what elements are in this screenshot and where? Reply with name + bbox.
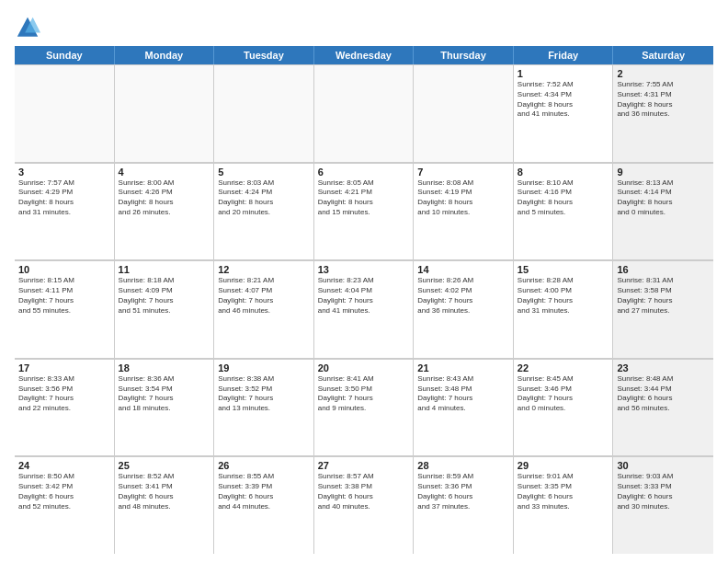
day-number: 7 [417,167,509,178]
day-number: 26 [218,460,310,471]
cell-info: Sunrise: 8:08 AM Sunset: 4:19 PM Dayligh… [417,178,509,218]
calendar: SundayMondayTuesdayWednesdayThursdayFrid… [15,46,713,554]
day-number: 22 [518,362,609,373]
calendar-cell-r3c5: 22Sunrise: 8:45 AM Sunset: 3:46 PM Dayli… [514,359,614,456]
day-number: 27 [318,460,410,471]
calendar-cell-r4c1: 25Sunrise: 8:52 AM Sunset: 3:41 PM Dayli… [115,456,215,554]
cell-info: Sunrise: 8:55 AM Sunset: 3:39 PM Dayligh… [218,472,310,511]
day-number: 13 [318,264,410,275]
cell-info: Sunrise: 8:00 AM Sunset: 4:26 PM Dayligh… [119,178,210,218]
day-number: 10 [18,264,110,275]
cell-info: Sunrise: 8:45 AM Sunset: 3:46 PM Dayligh… [518,374,609,414]
calendar-row-5: 24Sunrise: 8:50 AM Sunset: 3:42 PM Dayli… [15,456,713,554]
cell-info: Sunrise: 7:55 AM Sunset: 4:31 PM Dayligh… [617,80,710,120]
cell-info: Sunrise: 8:50 AM Sunset: 3:42 PM Dayligh… [18,472,110,511]
calendar-cell-r3c3: 20Sunrise: 8:41 AM Sunset: 3:50 PM Dayli… [314,359,415,456]
day-number: 16 [617,264,710,275]
cell-info: Sunrise: 8:26 AM Sunset: 4:02 PM Dayligh… [417,276,509,316]
calendar-cell-r0c3 [314,64,415,162]
logo [15,15,44,40]
calendar-cell-r1c0: 3Sunrise: 7:57 AM Sunset: 4:29 PM Daylig… [15,163,115,260]
calendar-cell-r1c3: 6Sunrise: 8:05 AM Sunset: 4:21 PM Daylig… [314,163,415,260]
calendar-row-4: 17Sunrise: 8:33 AM Sunset: 3:56 PM Dayli… [15,359,713,457]
day-number: 8 [518,167,609,178]
calendar-cell-r0c6: 2Sunrise: 7:55 AM Sunset: 4:31 PM Daylig… [613,64,713,162]
calendar-cell-r1c6: 9Sunrise: 8:13 AM Sunset: 4:14 PM Daylig… [613,163,713,260]
calendar-cell-r2c0: 10Sunrise: 8:15 AM Sunset: 4:11 PM Dayli… [15,260,115,358]
cell-info: Sunrise: 8:52 AM Sunset: 3:41 PM Dayligh… [119,472,210,511]
day-number: 17 [18,362,110,373]
calendar-cell-r3c1: 18Sunrise: 8:36 AM Sunset: 3:54 PM Dayli… [115,359,215,456]
cell-info: Sunrise: 8:43 AM Sunset: 3:48 PM Dayligh… [417,374,509,414]
cell-info: Sunrise: 7:52 AM Sunset: 4:34 PM Dayligh… [518,80,609,120]
logo-icon [15,15,40,40]
calendar-cell-r4c0: 24Sunrise: 8:50 AM Sunset: 3:42 PM Dayli… [15,456,115,554]
header-day-saturday: Saturday [613,46,713,64]
header [15,11,713,40]
day-number: 30 [617,460,710,471]
header-day-friday: Friday [514,46,614,64]
day-number: 5 [218,167,310,178]
header-day-wednesday: Wednesday [314,46,415,64]
day-number: 28 [417,460,509,471]
header-day-monday: Monday [115,46,215,64]
day-number: 9 [617,167,710,178]
cell-info: Sunrise: 9:01 AM Sunset: 3:35 PM Dayligh… [518,472,609,511]
day-number: 15 [518,264,609,275]
calendar-body: 1Sunrise: 7:52 AM Sunset: 4:34 PM Daylig… [15,64,713,554]
calendar-cell-r2c6: 16Sunrise: 8:31 AM Sunset: 3:58 PM Dayli… [613,260,713,358]
calendar-cell-r4c6: 30Sunrise: 9:03 AM Sunset: 3:33 PM Dayli… [613,456,713,554]
cell-info: Sunrise: 8:57 AM Sunset: 3:38 PM Dayligh… [318,472,410,511]
day-number: 20 [318,362,410,373]
calendar-cell-r0c1 [115,64,215,162]
calendar-cell-r4c4: 28Sunrise: 8:59 AM Sunset: 3:36 PM Dayli… [414,456,514,554]
day-number: 25 [119,460,210,471]
header-day-sunday: Sunday [15,46,115,64]
calendar-cell-r3c0: 17Sunrise: 8:33 AM Sunset: 3:56 PM Dayli… [15,359,115,456]
calendar-cell-r3c2: 19Sunrise: 8:38 AM Sunset: 3:52 PM Dayli… [214,359,314,456]
header-day-thursday: Thursday [414,46,514,64]
calendar-row-1: 1Sunrise: 7:52 AM Sunset: 4:34 PM Daylig… [15,64,713,163]
day-number: 14 [417,264,509,275]
calendar-cell-r1c4: 7Sunrise: 8:08 AM Sunset: 4:19 PM Daylig… [414,163,514,260]
calendar-cell-r1c5: 8Sunrise: 8:10 AM Sunset: 4:16 PM Daylig… [514,163,614,260]
calendar-cell-r0c0 [15,64,115,162]
calendar-cell-r0c5: 1Sunrise: 7:52 AM Sunset: 4:34 PM Daylig… [514,64,614,162]
calendar-cell-r3c4: 21Sunrise: 8:43 AM Sunset: 3:48 PM Dayli… [414,359,514,456]
cell-info: Sunrise: 8:03 AM Sunset: 4:24 PM Dayligh… [218,178,310,218]
calendar-cell-r4c5: 29Sunrise: 9:01 AM Sunset: 3:35 PM Dayli… [514,456,614,554]
cell-info: Sunrise: 8:38 AM Sunset: 3:52 PM Dayligh… [218,374,310,414]
cell-info: Sunrise: 8:41 AM Sunset: 3:50 PM Dayligh… [318,374,410,414]
calendar-cell-r2c1: 11Sunrise: 8:18 AM Sunset: 4:09 PM Dayli… [115,260,215,358]
cell-info: Sunrise: 8:18 AM Sunset: 4:09 PM Dayligh… [119,276,210,316]
calendar-cell-r2c5: 15Sunrise: 8:28 AM Sunset: 4:00 PM Dayli… [514,260,614,358]
header-day-tuesday: Tuesday [214,46,314,64]
day-number: 6 [318,167,410,178]
day-number: 3 [18,167,110,178]
day-number: 29 [518,460,609,471]
day-number: 23 [617,362,710,373]
day-number: 2 [617,68,710,79]
cell-info: Sunrise: 8:36 AM Sunset: 3:54 PM Dayligh… [119,374,210,414]
day-number: 18 [119,362,210,373]
cell-info: Sunrise: 8:59 AM Sunset: 3:36 PM Dayligh… [417,472,509,511]
cell-info: Sunrise: 8:28 AM Sunset: 4:00 PM Dayligh… [518,276,609,316]
day-number: 11 [119,264,210,275]
calendar-cell-r0c4 [414,64,514,162]
day-number: 12 [218,264,310,275]
calendar-cell-r2c2: 12Sunrise: 8:21 AM Sunset: 4:07 PM Dayli… [214,260,314,358]
calendar-cell-r2c3: 13Sunrise: 8:23 AM Sunset: 4:04 PM Dayli… [314,260,415,358]
day-number: 19 [218,362,310,373]
calendar-cell-r0c2 [214,64,314,162]
calendar-row-3: 10Sunrise: 8:15 AM Sunset: 4:11 PM Dayli… [15,260,713,359]
cell-info: Sunrise: 8:13 AM Sunset: 4:14 PM Dayligh… [617,178,710,218]
calendar-cell-r1c2: 5Sunrise: 8:03 AM Sunset: 4:24 PM Daylig… [214,163,314,260]
calendar-cell-r1c1: 4Sunrise: 8:00 AM Sunset: 4:26 PM Daylig… [115,163,215,260]
page: SundayMondayTuesdayWednesdayThursdayFrid… [0,0,728,563]
calendar-cell-r3c6: 23Sunrise: 8:48 AM Sunset: 3:44 PM Dayli… [613,359,713,456]
cell-info: Sunrise: 7:57 AM Sunset: 4:29 PM Dayligh… [18,178,110,218]
day-number: 21 [417,362,509,373]
day-number: 4 [119,167,210,178]
calendar-cell-r4c3: 27Sunrise: 8:57 AM Sunset: 3:38 PM Dayli… [314,456,415,554]
cell-info: Sunrise: 8:23 AM Sunset: 4:04 PM Dayligh… [318,276,410,316]
